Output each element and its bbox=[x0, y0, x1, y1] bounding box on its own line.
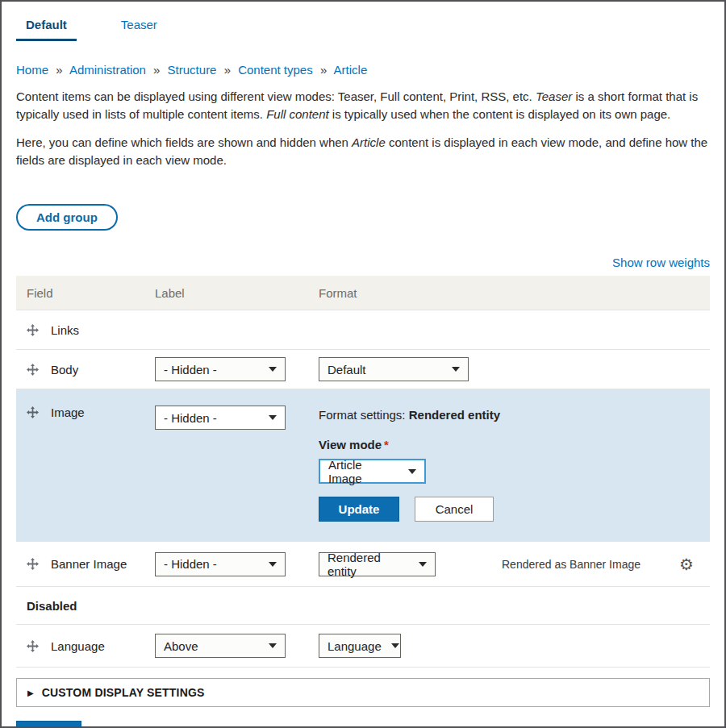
save-button[interactable]: Save bbox=[16, 721, 81, 728]
column-header-field: Field bbox=[16, 286, 155, 300]
chevron-down-icon bbox=[269, 562, 277, 567]
body-label-select[interactable]: - Hidden - bbox=[155, 357, 286, 381]
intro-text-part: is typically used when the content is di… bbox=[329, 107, 671, 121]
body-format-select-value: Default bbox=[328, 363, 366, 376]
breadcrumb-separator: » bbox=[224, 63, 231, 77]
table-row-banner-image: Banner Image - Hidden - Rendered entity … bbox=[16, 541, 710, 586]
intro-text-part: Here, you can define which fields are sh… bbox=[16, 135, 352, 149]
drag-handle-icon[interactable] bbox=[27, 324, 39, 336]
breadcrumb-link-administration[interactable]: Administration bbox=[69, 63, 146, 77]
custom-display-settings-title: CUSTOM DISPLAY SETTINGS bbox=[42, 686, 205, 699]
chevron-down-icon bbox=[408, 469, 416, 474]
body-format-select[interactable]: Default bbox=[319, 357, 469, 381]
drag-handle-icon[interactable] bbox=[27, 406, 39, 418]
format-settings-summary: Format settings: Rendered entity bbox=[319, 408, 710, 422]
field-name-image: Image bbox=[51, 406, 85, 419]
language-label-select[interactable]: Above bbox=[155, 634, 286, 658]
field-display-table: Field Label Format Links Body bbox=[16, 276, 710, 668]
column-header-label: Label bbox=[155, 286, 319, 300]
custom-display-settings-details[interactable]: ▶ CUSTOM DISPLAY SETTINGS bbox=[16, 678, 710, 707]
chevron-down-icon bbox=[269, 415, 277, 420]
tab-default[interactable]: Default bbox=[16, 13, 77, 41]
field-name-links: Links bbox=[51, 323, 79, 337]
format-settings-label: Format settings: bbox=[319, 408, 409, 422]
chevron-down-icon bbox=[391, 643, 399, 648]
breadcrumb-link-article[interactable]: Article bbox=[334, 63, 368, 77]
breadcrumb-link-structure[interactable]: Structure bbox=[168, 63, 217, 77]
intro-paragraph-1: Content items can be displayed using dif… bbox=[16, 88, 710, 123]
intro-paragraph-2: Here, you can define which fields are sh… bbox=[16, 134, 710, 169]
body-label-select-value: - Hidden - bbox=[164, 363, 217, 376]
cancel-button[interactable]: Cancel bbox=[415, 497, 494, 522]
banner-label-select[interactable]: - Hidden - bbox=[155, 552, 286, 576]
chevron-down-icon bbox=[419, 562, 427, 567]
format-settings-value: Rendered entity bbox=[409, 408, 500, 422]
disabled-section-label: Disabled bbox=[27, 599, 77, 613]
intro-em-teaser: Teaser bbox=[536, 89, 572, 103]
banner-format-select-value: Rendered entity bbox=[328, 551, 409, 578]
drag-handle-icon[interactable] bbox=[27, 640, 39, 652]
format-settings-actions: Update Cancel bbox=[319, 497, 710, 522]
window: Default Teaser Home » Administration » S… bbox=[0, 0, 726, 728]
view-mode-select-value: Article Image bbox=[328, 458, 398, 485]
banner-label-select-value: - Hidden - bbox=[164, 557, 217, 571]
details-collapsed-arrow-icon: ▶ bbox=[27, 688, 34, 697]
required-asterisk: * bbox=[384, 438, 389, 451]
view-mode-label-text: View mode bbox=[319, 438, 382, 451]
view-mode-field-label: View mode* bbox=[319, 438, 710, 451]
drag-handle-icon[interactable] bbox=[27, 364, 39, 376]
breadcrumb-link-home[interactable]: Home bbox=[16, 63, 48, 77]
table-header-row: Field Label Format bbox=[16, 276, 710, 310]
breadcrumb-link-content-types[interactable]: Content types bbox=[238, 63, 313, 77]
field-name-body: Body bbox=[51, 363, 78, 376]
intro-text: Content items can be displayed using dif… bbox=[16, 88, 710, 169]
view-mode-select[interactable]: Article Image bbox=[319, 459, 426, 484]
image-label-select-value: - Hidden - bbox=[164, 411, 217, 425]
banner-format-summary: Rendered as Banner Image bbox=[502, 558, 640, 571]
update-button[interactable]: Update bbox=[319, 497, 399, 522]
field-name-language: Language bbox=[51, 639, 105, 653]
column-header-format: Format bbox=[319, 286, 710, 300]
show-row-weights-link[interactable]: Show row weights bbox=[612, 256, 710, 269]
language-format-select-value: Language bbox=[328, 639, 382, 653]
intro-em-article: Article bbox=[352, 135, 386, 149]
chevron-down-icon bbox=[269, 643, 277, 648]
table-row-language: Language Above Language bbox=[16, 624, 710, 667]
image-label-select[interactable]: - Hidden - bbox=[155, 406, 286, 430]
breadcrumb: Home » Administration » Structure » Cont… bbox=[16, 63, 710, 77]
row-weights-toggle-wrap: Show row weights bbox=[16, 256, 710, 269]
language-format-select[interactable]: Language bbox=[319, 634, 401, 658]
table-row-image-selected: Image - Hidden - Format settings: Render… bbox=[16, 389, 710, 541]
breadcrumb-separator: » bbox=[320, 63, 327, 77]
table-section-disabled: Disabled bbox=[16, 586, 710, 624]
breadcrumb-separator: » bbox=[56, 63, 62, 77]
language-label-select-value: Above bbox=[164, 639, 198, 653]
field-name-banner-image: Banner Image bbox=[51, 557, 127, 571]
drag-handle-icon[interactable] bbox=[27, 558, 39, 570]
tab-teaser[interactable]: Teaser bbox=[111, 13, 167, 41]
table-row-links: Links bbox=[16, 310, 710, 349]
chevron-down-icon bbox=[452, 367, 460, 372]
gear-icon[interactable]: ⚙ bbox=[679, 556, 694, 572]
add-group-button[interactable]: Add group bbox=[16, 204, 118, 231]
breadcrumb-separator: » bbox=[153, 63, 160, 77]
banner-format-select[interactable]: Rendered entity bbox=[319, 552, 436, 576]
intro-text-part: Content items can be displayed using dif… bbox=[16, 89, 536, 103]
intro-em-full-content: Full content bbox=[266, 107, 329, 121]
chevron-down-icon bbox=[269, 367, 277, 372]
table-row-body: Body - Hidden - Default bbox=[16, 349, 710, 389]
manage-display-page: Default Teaser Home » Administration » S… bbox=[2, 2, 724, 728]
view-mode-tabs: Default Teaser bbox=[16, 2, 710, 41]
table-bottom-border bbox=[16, 667, 710, 668]
